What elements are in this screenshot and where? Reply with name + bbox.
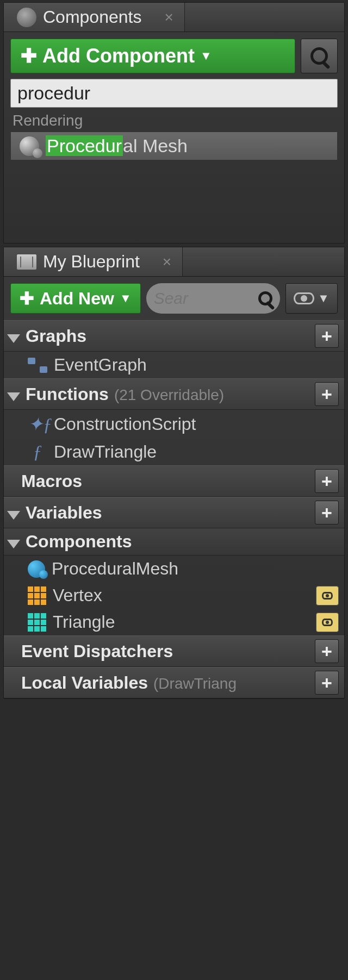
- plus-icon: ✚: [21, 45, 37, 67]
- eye-icon: [322, 619, 333, 626]
- empty-space: [4, 167, 344, 243]
- section-title: Variables: [26, 503, 102, 523]
- blueprint-search-input[interactable]: [154, 289, 254, 308]
- section-functions[interactable]: Functions (21 Overridable) +: [4, 378, 344, 410]
- graph-eventgraph[interactable]: EventGraph: [4, 352, 344, 378]
- components-toolbar: ✚ Add Component ▼: [10, 39, 338, 73]
- blueprint-icon: [17, 254, 36, 270]
- blueprint-search[interactable]: [146, 283, 280, 314]
- function-drawtriangle[interactable]: ƒ DrawTriangle: [4, 438, 344, 465]
- section-components[interactable]: Components: [4, 528, 344, 555]
- component-proceduralmesh[interactable]: ProceduralMesh: [4, 555, 344, 582]
- close-icon[interactable]: ×: [164, 9, 173, 26]
- variable-vertex[interactable]: Vertex: [4, 582, 344, 609]
- result-text: Procedural Mesh: [46, 135, 188, 157]
- add-component-label: Add Component: [42, 45, 195, 67]
- section-sub: (DrawTriang: [153, 675, 237, 692]
- add-macro-button[interactable]: +: [315, 469, 339, 493]
- view-options-button[interactable]: ▼: [285, 283, 338, 314]
- search-category-rendering: Rendering: [10, 108, 338, 132]
- section-title: Local Variables: [21, 673, 148, 693]
- chevron-down-icon: ▼: [318, 291, 330, 305]
- visibility-toggle[interactable]: [316, 613, 339, 632]
- components-tab-bar: Components ×: [4, 3, 344, 32]
- my-blueprint-panel: My Blueprint × ✚ Add New ▼ ▼ Graphs + Ev…: [3, 247, 345, 699]
- item-label: ProceduralMesh: [52, 559, 178, 579]
- my-blueprint-tab-label: My Blueprint: [43, 252, 140, 272]
- blueprint-tab-bar: My Blueprint ×: [4, 247, 344, 277]
- section-graphs[interactable]: Graphs +: [4, 320, 344, 352]
- add-new-button[interactable]: ✚ Add New ▼: [10, 283, 141, 314]
- my-blueprint-tab[interactable]: My Blueprint ×: [4, 247, 183, 276]
- chevron-down-icon: ▼: [120, 291, 132, 305]
- section-title: Event Dispatchers: [21, 641, 173, 661]
- add-new-label: Add New: [40, 289, 114, 309]
- plus-icon: ✚: [20, 288, 34, 309]
- section-title: Graphs: [26, 326, 86, 346]
- section-title: Macros: [21, 471, 82, 491]
- search-button[interactable]: [301, 39, 338, 73]
- components-body: ✚ Add Component ▼ Rendering Procedural M…: [4, 32, 344, 167]
- components-tab[interactable]: Components ×: [4, 3, 185, 32]
- eye-icon: [294, 292, 314, 304]
- add-function-button[interactable]: +: [315, 382, 339, 406]
- variable-triangle[interactable]: Triangle: [4, 609, 344, 635]
- item-label: DrawTriangle: [54, 442, 157, 462]
- chevron-down-icon: ▼: [200, 49, 212, 63]
- search-result-procedural-mesh[interactable]: Procedural Mesh: [10, 132, 338, 160]
- section-title: Components: [26, 532, 132, 552]
- function-icon: ƒ: [28, 441, 47, 462]
- add-dispatcher-button[interactable]: +: [315, 639, 339, 663]
- eye-icon: [322, 592, 333, 600]
- graph-icon: [28, 358, 47, 373]
- expand-icon: [7, 392, 20, 401]
- item-label: Vertex: [53, 585, 102, 606]
- search-icon: [310, 47, 328, 65]
- components-icon: [17, 8, 36, 27]
- components-tab-label: Components: [43, 7, 141, 27]
- add-local-variable-button[interactable]: +: [315, 671, 339, 695]
- add-graph-button[interactable]: +: [315, 324, 339, 348]
- array-icon: [28, 613, 46, 632]
- component-icon: [28, 560, 45, 578]
- section-local-variables[interactable]: Local Variables (DrawTriang +: [4, 667, 344, 698]
- item-label: ConstructionScript: [54, 414, 196, 434]
- add-component-button[interactable]: ✚ Add Component ▼: [10, 39, 295, 73]
- section-event-dispatchers[interactable]: Event Dispatchers +: [4, 635, 344, 667]
- components-panel: Components × ✚ Add Component ▼ Rendering…: [3, 2, 345, 244]
- section-macros[interactable]: Macros +: [4, 465, 344, 497]
- search-icon: [258, 291, 272, 305]
- result-rest: al Mesh: [123, 135, 188, 156]
- section-title: Functions: [26, 384, 109, 404]
- component-search-input[interactable]: [10, 79, 338, 108]
- expand-icon: [7, 334, 20, 343]
- expand-icon: [7, 511, 20, 520]
- section-variables[interactable]: Variables +: [4, 497, 344, 528]
- close-icon[interactable]: ×: [163, 253, 171, 271]
- visibility-toggle[interactable]: [316, 586, 339, 606]
- result-highlight: Procedur: [46, 135, 123, 156]
- expand-icon: [7, 540, 20, 548]
- array-icon: [28, 586, 46, 605]
- mesh-icon: [20, 136, 39, 156]
- blueprint-toolbar: ✚ Add New ▼ ▼: [4, 277, 344, 320]
- add-variable-button[interactable]: +: [315, 501, 339, 525]
- item-label: Triangle: [53, 612, 115, 632]
- item-label: EventGraph: [54, 355, 147, 375]
- section-sub: (21 Overridable): [114, 386, 224, 404]
- function-constructionscript[interactable]: ✦ƒ ConstructionScript: [4, 410, 344, 438]
- function-icon: ✦ƒ: [28, 413, 47, 435]
